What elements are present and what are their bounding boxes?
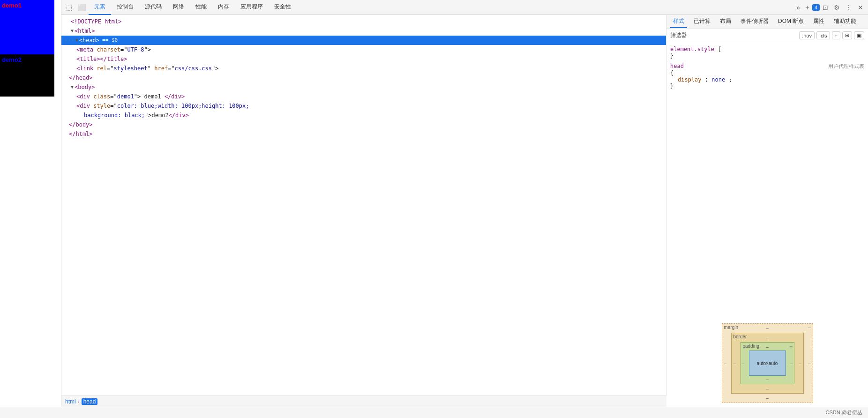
dom-line-body[interactable]: ▼ <body> xyxy=(61,82,666,92)
margin-top-dash: – xyxy=(808,325,811,330)
menu-button[interactable]: ⋮ xyxy=(843,3,855,12)
dom-line-head-close[interactable]: </head> xyxy=(61,73,666,82)
bottom-bar-text: CSDN @君衍丛 xyxy=(826,409,862,416)
dom-line-div2[interactable]: <div style="color: blue;width: 100px;hei… xyxy=(61,101,666,111)
rule-source-ua: 用户代理样式表 xyxy=(828,63,864,70)
padding-top-val: – xyxy=(766,344,769,350)
tab-count-badge: 4 xyxy=(812,4,820,11)
padding-right-val: – xyxy=(790,361,793,366)
style-rule-head: head 用户代理样式表 { display : none ; } xyxy=(670,63,864,90)
padding-dash: – xyxy=(790,343,793,349)
padding-left-val: – xyxy=(742,361,745,366)
demo2-label: demo2 xyxy=(2,56,22,63)
filter-buttons: :hov .cls + ⊞ ▣ xyxy=(799,31,864,39)
tab-performance[interactable]: 性能 xyxy=(190,0,212,15)
more-tabs-button[interactable]: » xyxy=(793,3,803,12)
layout-icon-button[interactable]: ⊞ xyxy=(842,31,852,39)
styles-sub-tabs: 样式 已计算 布局 事件侦听器 DOM 断点 属性 辅助功能 xyxy=(666,15,868,29)
cls-button[interactable]: .cls xyxy=(816,31,830,39)
tab-console[interactable]: 控制台 xyxy=(111,0,139,15)
dom-line-body-close[interactable]: </body> xyxy=(61,120,666,129)
styles-tab-computed[interactable]: 已计算 xyxy=(691,15,713,28)
expand-html-arrow[interactable]: ▼ xyxy=(71,27,74,35)
style-rule-element: element.style { } xyxy=(670,46,864,59)
tab-network[interactable]: 网络 xyxy=(167,0,190,15)
styles-tab-properties[interactable]: 属性 xyxy=(810,15,827,28)
margin-right-val: – xyxy=(808,361,811,366)
breadcrumb: html › head xyxy=(61,396,666,407)
styles-tab-accessibility[interactable]: 辅助功能 xyxy=(831,15,859,28)
breadcrumb-html[interactable]: html xyxy=(65,398,76,405)
cast-button[interactable]: ⊡ xyxy=(820,3,831,12)
rule-selector-element: element.style { xyxy=(670,46,864,52)
border-label: border xyxy=(733,334,747,339)
dom-line-div1[interactable]: <div class="demo1"> demo1 </div> xyxy=(61,92,666,101)
margin-label: margin xyxy=(724,325,739,330)
preview-pane: demo1 demo2 xyxy=(0,0,61,407)
border-bottom-val: – xyxy=(766,386,769,391)
devtools-area: ⬚ ⬜ 元素 控制台 源代码 网络 性能 内存 应用程序 xyxy=(61,0,868,407)
border-left-val: – xyxy=(733,361,736,366)
breadcrumb-head[interactable]: head xyxy=(82,398,98,405)
styles-content: element.style { } head 用户代理样式表 xyxy=(666,42,868,320)
dom-line-meta[interactable]: <meta charset="UTF-8"> xyxy=(61,45,666,54)
demo1-box: demo1 xyxy=(0,0,54,54)
add-style-button[interactable]: + xyxy=(832,31,840,39)
content-box: auto×auto xyxy=(749,351,786,376)
new-tab-button[interactable]: + xyxy=(803,3,812,12)
margin-top-val: – xyxy=(766,326,769,331)
filter-label: 筛选器 xyxy=(670,31,687,39)
styles-tab-styles[interactable]: 样式 xyxy=(670,15,687,28)
bottom-bar: CSDN @君衍丛 xyxy=(0,407,868,418)
styles-tab-layout[interactable]: 布局 xyxy=(717,15,734,28)
devtools-tabs: ⬚ ⬜ 元素 控制台 源代码 网络 性能 内存 应用程序 xyxy=(61,0,868,15)
tab-application[interactable]: 应用程序 xyxy=(235,0,269,15)
dom-line-div2-cont[interactable]: background: black;"> demo2 </div> xyxy=(61,111,666,120)
tab-sources[interactable]: 源代码 xyxy=(139,0,167,15)
box-model: margin – – – – – xyxy=(722,323,813,403)
padding-label: padding xyxy=(743,343,760,349)
demo1-label: demo1 xyxy=(2,2,22,9)
device-icon[interactable]: ⬜ xyxy=(75,3,89,12)
devtools-split: <!DOCTYPE html> ▼ <html> ··· ▼ <head> ==… xyxy=(61,15,868,407)
dom-line-doctype: <!DOCTYPE html> xyxy=(61,17,666,26)
demo2-box: demo2 xyxy=(0,54,54,97)
dom-line-head[interactable]: ··· ▼ <head> == $0 xyxy=(61,36,666,45)
tab-security[interactable]: 安全性 xyxy=(269,0,297,15)
styles-panel: 样式 已计算 布局 事件侦听器 DOM 断点 属性 辅助功能 筛选器 :hov … xyxy=(666,15,868,407)
tab-memory[interactable]: 内存 xyxy=(212,0,235,15)
tab-elements[interactable]: 元素 xyxy=(89,0,111,15)
close-button[interactable]: ✕ xyxy=(855,3,866,12)
dom-line-link[interactable]: <link rel="stylesheet" href="css/css.css… xyxy=(61,64,666,73)
hov-button[interactable]: :hov xyxy=(799,31,815,39)
dom-line-html[interactable]: ▼ <html> xyxy=(61,26,666,36)
padding-bottom-val: – xyxy=(766,377,769,382)
styles-tab-dom-breakpoints[interactable]: DOM 断点 xyxy=(775,15,807,28)
box-model-container: margin – – – – – xyxy=(666,320,868,407)
dom-line-title[interactable]: <title></title> xyxy=(61,54,666,64)
styles-filter-bar: 筛选器 :hov .cls + ⊞ ▣ xyxy=(666,29,868,42)
settings-button[interactable]: ⚙ xyxy=(831,3,843,12)
content-size-label: auto×auto xyxy=(757,361,778,366)
margin-left-val: – xyxy=(724,361,727,366)
dom-line-html-close[interactable]: </html> xyxy=(61,129,666,139)
dom-panel: <!DOCTYPE html> ▼ <html> ··· ▼ <head> ==… xyxy=(61,15,666,396)
styles-tab-event-listeners[interactable]: 事件侦听器 xyxy=(738,15,771,28)
inspect-icon[interactable]: ⬚ xyxy=(63,3,75,12)
toggle-sidebar-button[interactable]: ▣ xyxy=(854,31,864,39)
border-right-val: – xyxy=(799,361,801,366)
margin-bottom-val: – xyxy=(766,396,769,401)
border-top-val: – xyxy=(766,335,769,340)
